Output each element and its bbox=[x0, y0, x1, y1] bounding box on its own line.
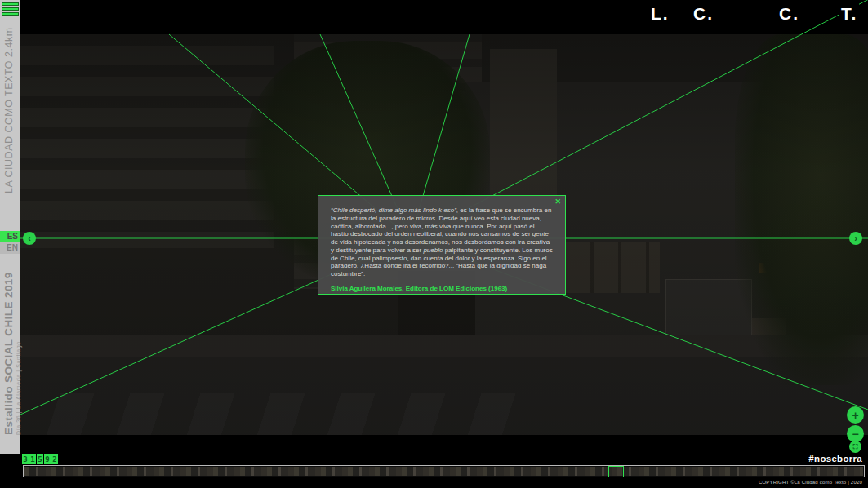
language-button-en[interactable]: EN bbox=[0, 242, 20, 254]
app-window: L.C.C.T. LA CIUDAD COMO TEXTO 2.4km Esta… bbox=[0, 0, 868, 488]
close-icon[interactable]: ✕ bbox=[554, 197, 561, 206]
previous-arrow-button[interactable]: ‹ bbox=[23, 232, 36, 245]
filmstrip-scrollbar[interactable] bbox=[23, 465, 865, 477]
menu-bar bbox=[2, 2, 19, 6]
popup-author: Silvia Aguilera Morales, Editora de LOM … bbox=[331, 285, 553, 293]
logo-letter: T. bbox=[839, 4, 859, 24]
site-title-vertical: LA CIUDAD COMO TEXTO 2.4km bbox=[3, 27, 15, 193]
site-logo-lcct[interactable]: L.C.C.T. bbox=[649, 4, 863, 27]
filmstrip-thumbnails bbox=[24, 467, 863, 476]
counter-digit: 3 bbox=[22, 454, 29, 464]
event-info: Estallido SOCIAL CHILE 2019 Día 36 | La … bbox=[2, 272, 21, 435]
logo-rule-line bbox=[652, 16, 855, 16]
zoom-in-button[interactable]: + bbox=[847, 406, 864, 424]
counter-digit: 2 bbox=[51, 454, 58, 464]
fullscreen-icon[interactable]: ⛶ bbox=[849, 441, 861, 453]
event-subtitle: Día 36 | La Alameda | Santiago bbox=[16, 272, 21, 435]
counter-digit: 5 bbox=[37, 454, 43, 464]
quote-popup: ✕ “Chile despertó, dime algo más lindo k… bbox=[318, 195, 566, 295]
zoom-out-button[interactable]: − bbox=[847, 425, 864, 442]
counter-digit: 9 bbox=[44, 454, 51, 464]
filmstrip-active-thumbnail[interactable] bbox=[608, 466, 624, 477]
copyright-label: COPYRIGHT ©La Ciudad como Texto | 2020 bbox=[759, 480, 862, 485]
logo-letter: C. bbox=[692, 4, 715, 24]
counter-digit: 1 bbox=[29, 454, 36, 464]
event-title: Estallido SOCIAL CHILE 2019 bbox=[2, 272, 15, 435]
hashtag-label: #noseborra bbox=[808, 454, 862, 464]
hamburger-menu-icon[interactable] bbox=[2, 2, 19, 19]
logo-letter: L. bbox=[649, 4, 671, 24]
visit-counter: 31592 bbox=[22, 454, 58, 464]
language-button-es[interactable]: ES bbox=[0, 231, 20, 242]
logo-letter: C. bbox=[777, 4, 801, 24]
menu-bar bbox=[2, 12, 19, 16]
popup-quote-text: “Chile despertó, dime algo más lindo k e… bbox=[331, 206, 553, 278]
next-arrow-button[interactable]: › bbox=[849, 232, 862, 245]
menu-bar bbox=[2, 7, 19, 11]
